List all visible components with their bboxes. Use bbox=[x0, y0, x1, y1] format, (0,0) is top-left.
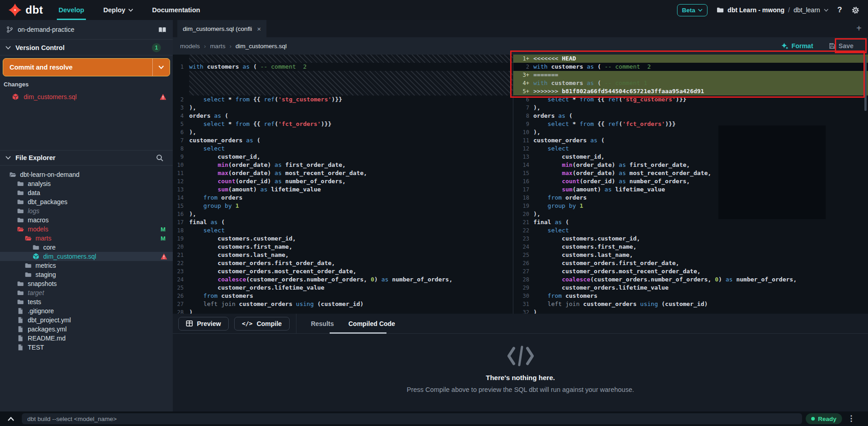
tree-item[interactable]: dbt_packages bbox=[0, 197, 173, 206]
nav-item-deploy[interactable]: Deploy bbox=[101, 0, 135, 20]
tree-item[interactable]: macros bbox=[0, 216, 173, 225]
code-line[interactable]: 12 count(order_id) as number_of_orders, bbox=[173, 177, 513, 185]
code-line[interactable]: 25 customers.last_name, bbox=[513, 251, 868, 259]
nav-item-develop[interactable]: Develop bbox=[57, 0, 86, 20]
code-line[interactable]: 22 customer_orders.first_order_date, bbox=[173, 259, 513, 267]
code-line[interactable]: 9 customer_id, bbox=[173, 153, 513, 161]
breadcrumb-marts[interactable]: marts bbox=[210, 43, 226, 50]
gear-icon[interactable] bbox=[851, 6, 860, 15]
editor-scrollbar-thumb[interactable] bbox=[864, 56, 867, 111]
code-line[interactable]: 24 coalesce(customer_orders.number_of_or… bbox=[173, 276, 513, 284]
code-line[interactable]: 4+with customers as ( -- comment 1 bbox=[513, 79, 868, 87]
tree-item[interactable]: .gitignore bbox=[0, 306, 173, 316]
tree-item[interactable]: logs bbox=[0, 206, 173, 216]
format-button[interactable]: Format bbox=[782, 42, 813, 50]
code-line[interactable]: 1with customers as ( -- comment 2 bbox=[173, 63, 513, 71]
code-line[interactable]: 7customer_orders as ( bbox=[173, 136, 513, 145]
search-icon[interactable] bbox=[156, 154, 164, 162]
code-line[interactable]: 15 group by 1 bbox=[173, 202, 513, 210]
code-line[interactable]: 14 from orders bbox=[173, 194, 513, 202]
collapse-chevron-icon[interactable] bbox=[0, 417, 22, 421]
tree-item[interactable]: analysis bbox=[0, 179, 173, 188]
account-switcher[interactable]: dbt Learn - mwong / dbt_learn bbox=[717, 6, 828, 14]
code-line[interactable]: 4orders as ( bbox=[173, 112, 513, 120]
code-line[interactable]: 26 from customers bbox=[173, 292, 513, 300]
code-line[interactable]: 20 customers.first_name, bbox=[173, 243, 513, 251]
breadcrumb-models[interactable]: models bbox=[180, 43, 200, 50]
code-line[interactable]: 1+<<<<<<< HEAD bbox=[513, 55, 868, 63]
changed-file-row[interactable]: dim_customers.sql bbox=[0, 91, 173, 103]
version-control-header[interactable]: Version Control 1 bbox=[0, 40, 173, 55]
code-line[interactable]: 5 select * from {{ ref('fct_orders')}} bbox=[173, 120, 513, 128]
tree-item[interactable]: metrics bbox=[0, 261, 173, 270]
code-line[interactable]: 30 from customers bbox=[513, 292, 868, 300]
code-line[interactable]: 16), bbox=[173, 210, 513, 218]
code-line[interactable]: 5+>>>>>>> b81f802a66fd544504c65721e3ffaa… bbox=[513, 87, 868, 95]
tree-item[interactable]: modelsM bbox=[0, 225, 173, 234]
code-line[interactable]: 24 customers.first_name, bbox=[513, 243, 868, 251]
tab-results[interactable]: Results bbox=[311, 314, 334, 334]
code-line[interactable]: 28) bbox=[173, 308, 513, 314]
code-line[interactable]: 25 customer_orders.lifetime_value bbox=[173, 284, 513, 292]
commit-and-resolve-button[interactable]: Commit and resolve bbox=[3, 58, 170, 76]
nav-item-documentation[interactable]: Documentation bbox=[151, 0, 202, 20]
code-line[interactable]: 21final as ( bbox=[513, 218, 868, 226]
code-line[interactable]: 8orders as ( bbox=[513, 112, 868, 120]
code-line[interactable]: 3+======= bbox=[513, 71, 868, 79]
code-line[interactable]: 28 coalesce(customer_orders.number_of_or… bbox=[513, 276, 868, 284]
code-line[interactable]: 26 customer_orders.first_order_date, bbox=[513, 259, 868, 267]
tree-item[interactable]: README.md bbox=[0, 334, 173, 343]
tree-item[interactable]: target bbox=[0, 288, 173, 297]
code-line[interactable]: 8 select bbox=[173, 145, 513, 153]
kebab-menu-icon[interactable]: ⋮ bbox=[848, 416, 855, 421]
code-line[interactable]: 32) bbox=[513, 308, 868, 314]
tree-item[interactable]: snapshots bbox=[0, 279, 173, 288]
code-line[interactable]: 6), bbox=[173, 128, 513, 136]
code-line[interactable]: 23 customers.customer_id, bbox=[513, 235, 868, 243]
docs-book-icon[interactable] bbox=[158, 26, 166, 33]
code-line[interactable]: 18 select bbox=[173, 226, 513, 235]
tree-item[interactable]: dim_customers.sql bbox=[0, 252, 173, 261]
file-explorer-header[interactable]: File Explorer bbox=[0, 150, 173, 165]
tree-item[interactable]: data bbox=[0, 188, 173, 197]
code-line[interactable]: 6 select * from {{ ref('stg_customers')}… bbox=[513, 95, 868, 104]
preview-button[interactable]: Preview bbox=[178, 317, 229, 331]
code-line[interactable]: 13 sum(amount) as lifetime_value bbox=[173, 185, 513, 194]
command-input[interactable] bbox=[22, 413, 802, 424]
commit-options-chevron[interactable] bbox=[152, 59, 170, 76]
tree-item[interactable]: dbt_project.yml bbox=[0, 316, 173, 325]
code-line[interactable]: 3), bbox=[173, 104, 513, 112]
tree-item[interactable]: dbt-learn-on-demand bbox=[0, 170, 173, 179]
tree-item[interactable]: TEST bbox=[0, 343, 173, 352]
code-line[interactable]: 2with customers as ( -- comment 2 bbox=[513, 63, 868, 71]
tab-compiled-code[interactable]: Compiled Code bbox=[348, 314, 395, 334]
tree-item[interactable]: staging bbox=[0, 270, 173, 279]
code-line[interactable]: 21 customers.last_name, bbox=[173, 251, 513, 259]
code-line[interactable]: 2 select * from {{ ref('stg_customers')}… bbox=[173, 95, 513, 104]
dbt-logo[interactable]: dbt bbox=[8, 3, 43, 17]
code-line[interactable]: 23 customer_orders.most_recent_order_dat… bbox=[173, 267, 513, 276]
compile-button[interactable]: </> Compile bbox=[234, 317, 290, 331]
beta-badge[interactable]: Beta bbox=[677, 4, 707, 16]
code-line[interactable]: 29 customer_orders.lifetime_value bbox=[513, 284, 868, 292]
code-line[interactable]: 22 select bbox=[513, 226, 868, 235]
code-line[interactable]: 27 customer_orders.most_recent_order_dat… bbox=[513, 267, 868, 276]
help-icon[interactable]: ? bbox=[838, 5, 842, 15]
tree-item[interactable]: core bbox=[0, 243, 173, 252]
tab-close-icon[interactable]: × bbox=[257, 25, 261, 33]
editor-pane-left[interactable]: 1with customers as ( -- comment 22 selec… bbox=[173, 55, 513, 314]
new-tab-icon[interactable]: + bbox=[856, 23, 862, 34]
tree-item[interactable]: tests bbox=[0, 297, 173, 306]
code-line[interactable]: 7), bbox=[513, 104, 868, 112]
save-button[interactable]: Save bbox=[829, 42, 853, 50]
code-line[interactable]: 27 left join customer_orders using (cust… bbox=[173, 300, 513, 308]
code-line[interactable]: 11 max(order_date) as most_recent_order_… bbox=[173, 169, 513, 177]
tab-dim-customers[interactable]: dim_customers.sql (confli... × bbox=[177, 20, 266, 37]
code-line[interactable]: 19 customers.customer_id, bbox=[173, 235, 513, 243]
code-line[interactable]: 10 min(order_date) as first_order_date, bbox=[173, 161, 513, 169]
code-line[interactable]: 31 left join customer_orders using (cust… bbox=[513, 300, 868, 308]
tree-item[interactable]: packages.yml bbox=[0, 325, 173, 334]
code-line[interactable]: 17final as ( bbox=[173, 218, 513, 226]
tree-item[interactable]: martsM bbox=[0, 234, 173, 243]
branch-selector[interactable]: on-demand-practice bbox=[0, 20, 173, 39]
